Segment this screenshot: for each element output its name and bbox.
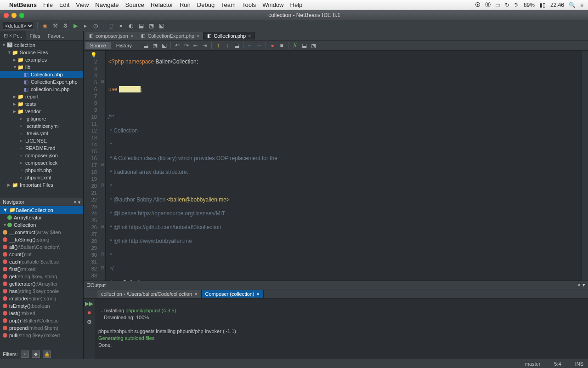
tree-file-phpunit-xml[interactable]: ▫phpunit.xml (0, 174, 83, 181)
output-tab-composer[interactable]: Composer (collection)× (202, 290, 264, 298)
filter-static-button[interactable]: ◆ (32, 351, 40, 358)
tree-important-files[interactable]: ▶📁Important Files (0, 181, 83, 189)
filter-inherited-button[interactable]: 🔒 (43, 351, 51, 358)
editor-tool-4[interactable]: ↶ (173, 41, 181, 50)
sidebar-tab-files[interactable]: Files (26, 31, 44, 40)
zoom-window-button[interactable] (19, 13, 24, 18)
fold-column[interactable]: ⊟⊟⊟⊟⊟⊟ (99, 51, 106, 281)
project-tree[interactable]: ▼🅿collection ▼📁Source Files ▶📁examples ▼… (0, 40, 83, 198)
output-rerun-icon[interactable]: ▶▶ (85, 300, 93, 307)
menubar-spotlight-icon[interactable]: 🔍 (569, 2, 576, 8)
menubar-wifi-icon[interactable]: ⚞ (514, 2, 519, 8)
error-stripe[interactable] (582, 51, 588, 281)
clean-build-icon[interactable]: ⚙ (61, 22, 69, 30)
output-text[interactable]: - Installing phpunit/phpunit (4.3.5) Dow… (95, 299, 588, 359)
editor-tool-down[interactable]: ↓ (223, 41, 232, 50)
nav-isempty[interactable]: isEmpty():boolean (0, 302, 83, 310)
menubar-timemachine-icon[interactable]: ↻ (505, 2, 509, 8)
menu-help[interactable]: Help (290, 1, 303, 8)
tree-file-composer-json[interactable]: ▫composer.json (0, 152, 83, 159)
close-window-button[interactable] (4, 13, 9, 18)
tab-collection-php[interactable]: ◧Collection.php× (204, 32, 255, 40)
output-settings-icon[interactable]: ⚙ (87, 319, 92, 325)
toolbar-btn-3[interactable]: ◐ (127, 22, 135, 30)
minimize-icon[interactable]: × (74, 200, 76, 205)
menu-navigate[interactable]: Navigate (95, 1, 119, 8)
menu-run[interactable]: Run (180, 1, 191, 8)
nav-arrayiterator[interactable]: ArrayIterator (0, 214, 83, 221)
tree-source-files[interactable]: ▼📁Source Files (0, 49, 83, 56)
profile-icon[interactable]: ◷ (91, 22, 100, 30)
menu-debug[interactable]: Debug (197, 1, 215, 8)
editor-tool-1[interactable]: ⬓ (141, 41, 150, 50)
browser-preview-icon[interactable]: ◉ (41, 22, 49, 30)
tree-file-scrutinizer[interactable]: ▫.scrutinizer.yml (0, 122, 83, 130)
editor-tool-stop[interactable]: ■ (277, 41, 286, 50)
nav-prepend[interactable]: prepend(mixed $item) (0, 324, 83, 332)
tree-folder-lib[interactable]: ▼📁lib (0, 63, 83, 71)
editor-tool-9[interactable]: ⬓ (300, 41, 308, 50)
menu-view[interactable]: View (76, 1, 89, 8)
close-icon[interactable]: × (257, 291, 260, 297)
sidebar-tab-favorites[interactable]: Favor... (44, 31, 68, 40)
close-icon[interactable]: × (130, 33, 133, 39)
output-tab-collection[interactable]: collection - /Users/ballen/Code/collecti… (97, 290, 202, 298)
editor-tool-2[interactable]: ⬔ (151, 41, 159, 50)
debug-icon[interactable]: ▸ (81, 22, 90, 30)
toolbar-btn-2[interactable]: ● (117, 22, 125, 30)
tree-file-collection-inc-php[interactable]: ◧collection.inc.php (0, 86, 83, 93)
tab-composer-json[interactable]: ◧composer.json× (85, 32, 137, 40)
output-menu-icon[interactable]: ▾ (582, 282, 585, 288)
nav-count[interactable]: count():int (0, 251, 83, 258)
nav-implode[interactable]: implode($glue):string (0, 295, 83, 302)
tree-root[interactable]: ▼🅿collection (0, 41, 83, 49)
menu-file[interactable]: File (43, 1, 53, 8)
minimize-window-button[interactable] (11, 13, 17, 18)
navigator-breadcrumb[interactable]: ▼ 📁 Ballen\Collection (0, 206, 83, 214)
toolbar-btn-5[interactable]: ⬔ (147, 22, 155, 30)
editor-tool-next[interactable]: → (255, 41, 263, 50)
menubar-extras-icon[interactable]: ⦿ (475, 2, 481, 8)
toolbar-btn-6[interactable]: ⬕ (157, 22, 165, 30)
menu-refactor[interactable]: Refactor (151, 1, 173, 8)
nav-last[interactable]: last():mixed (0, 310, 83, 317)
history-mode-button[interactable]: History (112, 42, 136, 49)
tree-file-readme[interactable]: ▫README.md (0, 144, 83, 152)
nav-get[interactable]: get(string $key, string (0, 273, 83, 280)
tree-file-collection-php[interactable]: ◧Collection.php (0, 71, 83, 78)
dropdown-icon[interactable]: ▾ (78, 200, 80, 205)
tree-folder-report[interactable]: ▶📁report (0, 93, 83, 100)
build-icon[interactable]: ⚒ (51, 22, 59, 30)
editor-tool-10[interactable]: ⬔ (309, 41, 317, 50)
menubar-display-icon[interactable]: ▭ (495, 2, 500, 8)
tree-file-composer-lock[interactable]: ▫composer.lock (0, 159, 83, 167)
status-branch[interactable]: master (525, 361, 541, 367)
menu-tools[interactable]: Tools (242, 1, 256, 8)
close-icon[interactable]: × (248, 33, 251, 39)
editor-tool-record[interactable]: ● (268, 41, 277, 50)
menubar-battery-icon[interactable]: ▮▯ (539, 2, 546, 8)
tree-folder-examples[interactable]: ▶📁examples (0, 56, 83, 63)
output-close-icon[interactable]: × (578, 282, 581, 288)
nav-construct[interactable]: __construct(array $iten (0, 229, 83, 236)
toolbar-btn-4[interactable]: ⬓ (137, 22, 145, 30)
tree-file-phpunit-php[interactable]: ▫phpunit.php (0, 167, 83, 174)
navigator-body[interactable]: ▼ 📁 Ballen\Collection ArrayIterator ▼Col… (0, 206, 83, 349)
menubar-avast-icon[interactable]: ⓐ (485, 1, 491, 9)
nav-has[interactable]: has(string $key):boole (0, 288, 83, 295)
config-dropdown[interactable]: <default> (3, 22, 34, 30)
source-mode-button[interactable]: Source (85, 42, 111, 49)
nav-all[interactable]: all():\Ballen\Collection\ (0, 243, 83, 251)
run-icon[interactable]: ▶ (71, 22, 79, 30)
nav-first[interactable]: first():mixed (0, 265, 83, 273)
status-mode[interactable]: INS (575, 361, 583, 367)
output-stop-icon[interactable]: ■ (87, 310, 90, 316)
editor-tool-3[interactable]: ⬕ (160, 41, 168, 50)
filter-fields-button[interactable]: ▫ (21, 351, 29, 358)
code-body[interactable]: <?php namespace Ballen\Collection; use ;… (106, 51, 582, 281)
menu-edit[interactable]: Edit (59, 1, 69, 8)
editor-tool-prev[interactable]: ← (246, 41, 254, 50)
nav-pop[interactable]: pop():\Ballen\Collectio (0, 317, 83, 324)
tree-file-gitignore[interactable]: ▫.gitignore (0, 115, 83, 122)
tree-folder-tests[interactable]: ▶📁tests (0, 100, 83, 108)
